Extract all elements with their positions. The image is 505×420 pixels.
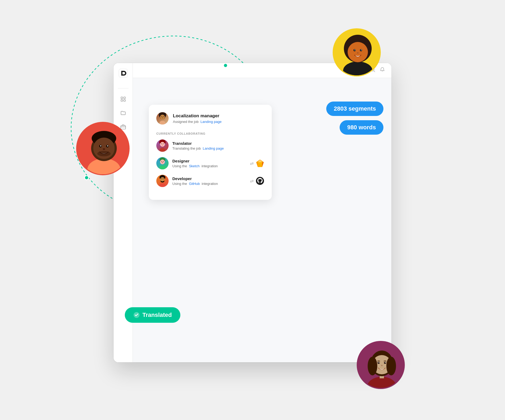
section-label: CURRENTLY COLLABORATING xyxy=(156,132,264,135)
svg-point-38 xyxy=(160,177,165,181)
developer-text: Developer Using the GitHub integration xyxy=(172,176,218,186)
svg-point-74 xyxy=(379,362,379,363)
svg-rect-3 xyxy=(123,97,125,99)
designer-text: Designer Using the Sketch integration xyxy=(172,159,218,168)
main-content: + 2803 segments xyxy=(133,63,391,362)
manager-description: Assigned the job Landing page xyxy=(173,120,222,124)
segments-badge: 2803 segments xyxy=(326,102,383,116)
card-header-text: Localization manager Assigned the job La… xyxy=(173,113,222,124)
svg-point-19 xyxy=(160,142,165,147)
avatar-left-person xyxy=(76,122,130,175)
svg-point-39 xyxy=(161,178,162,179)
sketch-link[interactable]: Sketch xyxy=(189,164,200,168)
words-badge: 980 words xyxy=(340,120,383,135)
designer-description: Using the Sketch integration xyxy=(172,164,218,168)
svg-point-65 xyxy=(97,151,111,156)
svg-point-64 xyxy=(103,148,105,150)
app-window: + 2803 segments xyxy=(114,63,391,362)
sidebar-item-dashboard[interactable] xyxy=(120,96,126,102)
svg-rect-6 xyxy=(121,126,125,129)
designer-role: Designer xyxy=(172,159,218,163)
svg-point-22 xyxy=(160,148,165,152)
developer-role: Developer xyxy=(172,176,218,181)
developer-description: Using the GitHub integration xyxy=(172,182,218,186)
svg-point-62 xyxy=(100,145,101,146)
checkmark-icon xyxy=(133,312,140,318)
scene: + 2803 segments xyxy=(92,36,413,384)
bell-icon[interactable] xyxy=(380,67,385,74)
connection-dot-top xyxy=(223,63,228,68)
card-header: Localization manager Assigned the job La… xyxy=(156,112,264,125)
collaborator-designer: Designer Using the Sketch integration ⇄ xyxy=(156,157,264,169)
svg-point-16 xyxy=(160,121,165,125)
svg-point-75 xyxy=(385,362,386,363)
avatar-bottom-person xyxy=(357,341,405,389)
collaborator-developer: Developer Using the GitHub integration ⇄ xyxy=(156,175,264,187)
svg-point-26 xyxy=(161,161,162,162)
svg-point-20 xyxy=(161,143,162,144)
sidebar-divider xyxy=(118,88,129,88)
svg-point-66 xyxy=(367,377,397,389)
svg-point-71 xyxy=(386,357,396,375)
svg-point-21 xyxy=(163,143,164,144)
translator-role: Translator xyxy=(172,141,224,146)
avatar-top-person xyxy=(333,28,381,76)
svg-point-15 xyxy=(163,116,164,117)
svg-point-40 xyxy=(163,178,164,179)
svg-point-14 xyxy=(161,116,162,117)
translator-description: Translating the job Landing page xyxy=(172,146,224,150)
connection-dot-left xyxy=(84,175,89,180)
arrows-icon-dev: ⇄ xyxy=(250,178,254,184)
svg-point-63 xyxy=(107,145,108,146)
svg-rect-2 xyxy=(121,97,122,99)
collaboration-card: Localization manager Assigned the job La… xyxy=(149,105,272,200)
translator-avatar xyxy=(156,139,169,152)
arrows-icon: ⇄ xyxy=(250,161,254,166)
svg-line-10 xyxy=(374,71,375,72)
svg-point-25 xyxy=(160,160,165,164)
manager-job-link[interactable]: Landing page xyxy=(200,120,222,124)
sketch-icon xyxy=(256,159,264,168)
app-logo xyxy=(118,68,128,78)
designer-integration: ⇄ xyxy=(250,159,264,168)
svg-point-51 xyxy=(355,50,355,50)
svg-point-48 xyxy=(348,42,368,62)
svg-point-41 xyxy=(159,183,166,187)
svg-point-13 xyxy=(160,115,165,119)
svg-point-53 xyxy=(357,52,359,53)
content-area: 2803 segments 980 words xyxy=(133,78,391,362)
sidebar-item-folder[interactable] xyxy=(120,110,126,116)
developer-avatar xyxy=(156,175,169,187)
svg-point-70 xyxy=(368,357,377,375)
github-icon xyxy=(256,177,264,185)
translator-job-link[interactable]: Landing page xyxy=(203,146,224,150)
svg-point-52 xyxy=(361,50,362,50)
collaborator-translator: Translator Translating the job Landing p… xyxy=(156,139,264,152)
manager-role: Localization manager xyxy=(173,113,222,119)
svg-point-27 xyxy=(163,161,164,162)
github-link[interactable]: GitHub xyxy=(189,182,200,186)
designer-avatar xyxy=(156,157,169,169)
translator-text: Translator Translating the job Landing p… xyxy=(172,141,224,150)
svg-rect-4 xyxy=(121,100,122,101)
localization-manager-avatar xyxy=(156,112,169,125)
translated-badge: Translated xyxy=(125,307,180,323)
svg-point-76 xyxy=(381,365,383,366)
svg-rect-5 xyxy=(123,100,125,101)
translated-label: Translated xyxy=(142,312,172,318)
developer-integration: ⇄ xyxy=(250,177,264,185)
svg-point-28 xyxy=(160,166,165,169)
